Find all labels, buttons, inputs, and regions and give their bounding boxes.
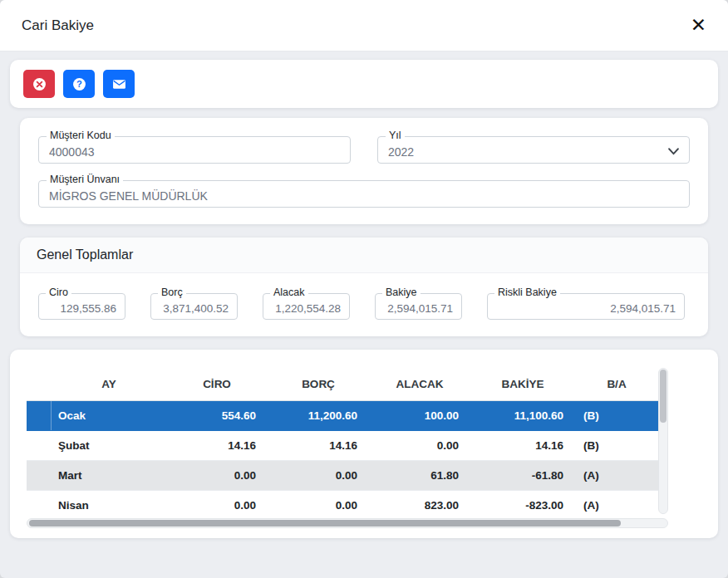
cell-borc: 14.16 xyxy=(268,431,369,460)
cell-bakiye: -61.80 xyxy=(470,461,575,490)
close-icon[interactable]: ✕ xyxy=(691,16,706,35)
cell-ba: (A) xyxy=(575,491,658,514)
cell-ay: Nisan xyxy=(52,491,166,514)
cancel-button[interactable] xyxy=(23,70,55,98)
cell-borc: 11,200.60 xyxy=(268,401,369,430)
header-ciro: CİRO xyxy=(166,368,268,400)
table-row-ocak[interactable]: Ocak 554.60 11,200.60 100.00 11,100.60 (… xyxy=(27,401,658,431)
cell-ay: Ocak xyxy=(52,401,166,430)
cell-bakiye: 11,100.60 xyxy=(470,401,575,430)
totals-title: Genel Toplamlar xyxy=(20,238,708,273)
cell-borc: 0.00 xyxy=(268,491,369,514)
vertical-scrollbar[interactable] xyxy=(658,368,668,514)
row-select-cell xyxy=(27,491,52,514)
bakiye-field-wrapper: Bakiye xyxy=(375,293,462,320)
mail-button[interactable] xyxy=(103,70,135,98)
cell-ciro: 554.60 xyxy=(166,401,268,430)
cell-ciro: 0.00 xyxy=(166,491,268,514)
cell-alacak: 823.00 xyxy=(369,491,470,514)
header-bakiye: BAKİYE xyxy=(470,368,575,400)
alacak-field-wrapper: Alacak xyxy=(263,293,350,320)
musteri-unvani-field-wrapper: Müşteri Ünvanı xyxy=(38,180,690,208)
cell-alacak: 0.00 xyxy=(369,431,470,460)
table-header-row: AY CİRO BORÇ ALACAK BAKİYE B/A xyxy=(27,368,658,401)
cell-ciro: 14.16 xyxy=(166,431,268,460)
customer-form: Müşteri Kodu Yıl 2022 Müşteri Ünvanı xyxy=(20,118,708,224)
alacak-label: Alacak xyxy=(270,287,308,298)
cell-borc: 0.00 xyxy=(268,461,369,490)
cell-ba: (B) xyxy=(575,401,658,430)
table-row-mart[interactable]: Mart 0.00 0.00 61.80 -61.80 (A) xyxy=(27,461,658,491)
row-select-cell xyxy=(27,401,52,430)
vertical-scrollbar-thumb[interactable] xyxy=(660,370,667,423)
borc-field-wrapper: Borç xyxy=(150,293,238,320)
totals-card: Genel Toplamlar Ciro Borç Alacak Bakiye xyxy=(20,238,708,336)
modal-body: ? Müşteri Kodu Yıl 2022 xyxy=(0,51,728,538)
cell-bakiye: 14.16 xyxy=(470,431,575,460)
musteri-unvani-label: Müşteri Ünvanı xyxy=(47,174,123,185)
cell-bakiye: -823.00 xyxy=(470,491,575,514)
cell-ay: Şubat xyxy=(52,431,166,460)
cell-alacak: 100.00 xyxy=(369,401,470,430)
cell-ba: (A) xyxy=(575,461,658,490)
svg-text:?: ? xyxy=(76,79,82,89)
help-button[interactable]: ? xyxy=(63,70,95,98)
horizontal-scrollbar[interactable] xyxy=(27,518,668,528)
riskli-bakiye-label: Riskli Bakiye xyxy=(494,287,560,298)
header-alacak: ALACAK xyxy=(369,368,470,400)
yil-label: Yıl xyxy=(386,130,405,141)
table-row-subat[interactable]: Şubat 14.16 14.16 0.00 14.16 (B) xyxy=(27,431,658,461)
bakiye-label: Bakiye xyxy=(382,287,421,298)
header-spacer-cell xyxy=(27,368,52,400)
musteri-unvani-input[interactable] xyxy=(38,180,690,208)
cari-bakiye-modal: Cari Bakiye ✕ ? xyxy=(0,0,728,578)
musteri-kodu-label: Müşteri Kodu xyxy=(47,130,115,141)
row-select-cell xyxy=(27,461,52,490)
borc-label: Borç xyxy=(158,287,186,298)
cell-ba: (B) xyxy=(575,431,658,460)
yil-select[interactable]: 2022 xyxy=(377,136,690,164)
totals-body: Ciro Borç Alacak Bakiye Riskli Bakiye xyxy=(20,273,708,336)
horizontal-scrollbar-thumb[interactable] xyxy=(29,520,621,527)
monthly-balance-card: AY CİRO BORÇ ALACAK BAKİYE B/A Ocak 554.… xyxy=(10,350,718,538)
chevron-down-icon xyxy=(668,148,679,155)
ciro-field-wrapper: Ciro xyxy=(38,293,125,320)
monthly-balance-table: AY CİRO BORÇ ALACAK BAKİYE B/A Ocak 554.… xyxy=(27,368,658,514)
cell-ay: Mart xyxy=(52,461,166,490)
table-area: AY CİRO BORÇ ALACAK BAKİYE B/A Ocak 554.… xyxy=(27,368,668,514)
modal-header: Cari Bakiye ✕ xyxy=(0,0,728,51)
toolbar: ? xyxy=(10,60,718,108)
page-title: Cari Bakiye xyxy=(22,17,94,34)
cell-alacak: 61.80 xyxy=(369,461,470,490)
header-borc: BORÇ xyxy=(268,368,369,400)
ciro-label: Ciro xyxy=(46,287,71,298)
riskli-bakiye-field-wrapper: Riskli Bakiye xyxy=(487,293,685,320)
header-ba: B/A xyxy=(575,368,658,400)
x-circle-icon xyxy=(32,77,47,91)
row-select-cell xyxy=(27,431,52,460)
envelope-icon xyxy=(112,77,126,91)
yil-field-wrapper: Yıl 2022 xyxy=(377,136,690,164)
musteri-kodu-field-wrapper: Müşteri Kodu xyxy=(38,136,351,164)
table-row-nisan[interactable]: Nisan 0.00 0.00 823.00 -823.00 (A) xyxy=(27,491,658,514)
yil-selected-value: 2022 xyxy=(388,145,414,159)
cell-ciro: 0.00 xyxy=(166,461,268,490)
question-circle-icon: ? xyxy=(72,77,86,91)
header-ay: AY xyxy=(52,368,166,400)
